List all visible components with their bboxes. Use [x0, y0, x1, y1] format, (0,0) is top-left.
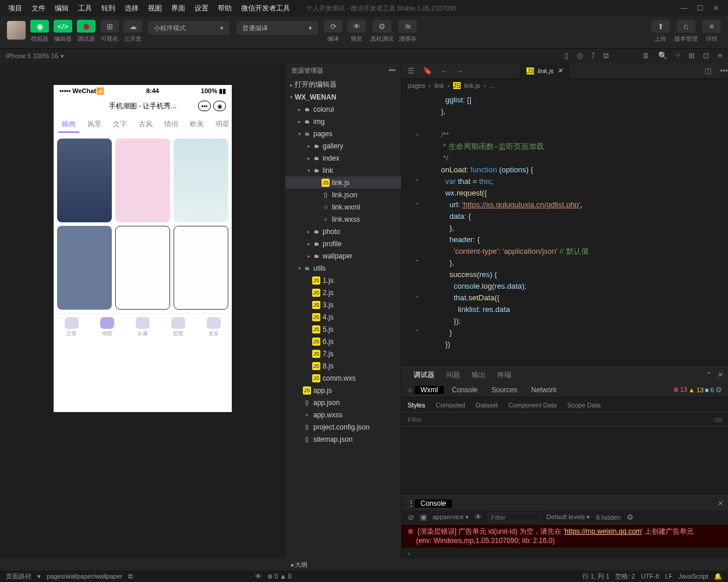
menu-view[interactable]: 视图: [143, 3, 167, 13]
styles-tab[interactable]: Component Data: [508, 402, 557, 409]
clear-icon[interactable]: ⊘: [408, 513, 414, 521]
tree-file[interactable]: JSapp.js: [285, 384, 401, 396]
tree-file[interactable]: {}project.config.json: [285, 421, 401, 433]
tree-file[interactable]: {}app.json: [285, 396, 401, 409]
close-icon[interactable]: ✕: [718, 499, 728, 508]
forward-icon[interactable]: →: [456, 66, 464, 75]
tree-file[interactable]: JS6.js: [285, 335, 401, 347]
debug-tab[interactable]: 输出: [472, 370, 486, 380]
cursor-location[interactable]: 行 1, 列 1: [582, 572, 609, 581]
tree-file[interactable]: JScomm.wxs: [285, 372, 401, 384]
tree-file[interactable]: JS2.js: [285, 286, 401, 299]
filter-input[interactable]: Filter: [408, 416, 422, 423]
nav-item[interactable]: 潮图: [100, 317, 114, 338]
inspect-icon[interactable]: ⟐: [408, 385, 412, 394]
spaces-config[interactable]: 空格: 2: [615, 572, 635, 581]
top-icon[interactable]: ▣: [420, 513, 427, 521]
menu-select[interactable]: 选择: [120, 3, 143, 13]
phone-tab[interactable]: 欧美: [186, 117, 207, 133]
device-label[interactable]: iPhone 5 100% 16: [6, 52, 58, 59]
compile-dropdown[interactable]: 普通编译▾: [236, 21, 318, 35]
tree-file[interactable]: {}link.json: [285, 189, 401, 201]
wallpaper-card[interactable]: [174, 226, 228, 310]
more-icon[interactable]: ≡: [718, 51, 722, 61]
menu-tool[interactable]: 工具: [73, 3, 97, 13]
info-badge[interactable]: ■ 6: [705, 386, 714, 393]
inspector-tab[interactable]: Sources: [486, 386, 523, 394]
inspector-tab[interactable]: Wxml: [415, 386, 444, 394]
bookmark-icon[interactable]: 🔖: [423, 66, 432, 75]
path-value[interactable]: pages/wallpaper/wallpaper: [47, 573, 122, 580]
menu-project[interactable]: 项目: [3, 3, 27, 13]
tree-file[interactable]: ≡app.wxss: [285, 409, 401, 421]
tree-file[interactable]: JSlink.js: [285, 176, 401, 189]
error-badge[interactable]: ⊗ 13: [673, 386, 687, 393]
clear-button[interactable]: ≋清缓存: [398, 20, 417, 43]
wallpaper-card[interactable]: [115, 139, 170, 222]
close-icon[interactable]: ✕: [557, 67, 563, 74]
branch-icon[interactable]: ⑂: [676, 51, 680, 61]
dot-icon[interactable]: ⋮: [408, 499, 415, 508]
tree-folder[interactable]: ▸🖿profile: [285, 237, 401, 250]
eol[interactable]: LF: [665, 573, 673, 580]
context-dropdown[interactable]: appservice ▾: [433, 513, 469, 521]
phone-tab[interactable]: 文字: [109, 117, 130, 133]
debug-tab[interactable]: 调试器: [414, 370, 434, 380]
chevron-down-icon[interactable]: ▾: [61, 52, 64, 60]
debug-tab[interactable]: 终端: [497, 370, 511, 380]
tree-folder[interactable]: ▸🖿gallery: [285, 140, 401, 152]
nav-item[interactable]: 文案: [65, 317, 79, 338]
editor-tab[interactable]: JSlink.js✕: [520, 63, 569, 79]
menu-goto[interactable]: 转到: [97, 3, 120, 13]
menu-pill-icon[interactable]: •••: [198, 101, 211, 111]
simulator-button[interactable]: ◉模拟器: [30, 20, 49, 43]
detail-button[interactable]: ≡详情: [702, 20, 721, 43]
chevron-up-icon[interactable]: ⌃: [706, 371, 712, 379]
console-filter-input[interactable]: [488, 513, 540, 522]
menu-file[interactable]: 文件: [27, 3, 50, 13]
project-root[interactable]: ▾WX_WENAN: [285, 91, 401, 103]
eye-icon[interactable]: 👁: [475, 513, 482, 521]
cloud-button[interactable]: ☁云开发: [123, 20, 142, 43]
upload-button[interactable]: ⬆上传: [651, 20, 670, 43]
back-icon[interactable]: ←: [440, 66, 448, 75]
debug-tab[interactable]: 问题: [446, 370, 460, 380]
phone-tab[interactable]: 明星: [212, 117, 232, 133]
more-icon[interactable]: •••: [388, 66, 395, 75]
code-editor[interactable]: ⌄ ⌄ ⌄ ⌄ ⌄ ⌄ gglist: [] }, /** * 生命周期函数--…: [402, 92, 728, 367]
ext-icon[interactable]: ⊡: [703, 51, 709, 61]
files-icon[interactable]: 🗎: [642, 51, 650, 61]
tree-file[interactable]: JS5.js: [285, 323, 401, 335]
tree-file[interactable]: ◇link.wxml: [285, 201, 401, 213]
hidden-count[interactable]: 6 hidden: [596, 514, 620, 521]
preview-button[interactable]: 👁预览: [347, 20, 366, 43]
more-icon[interactable]: •••: [720, 66, 728, 75]
close-icon[interactable]: ✕: [718, 371, 723, 379]
phone-icon[interactable]: ▯: [564, 51, 568, 61]
menu-interface[interactable]: 界面: [167, 3, 190, 13]
gear-icon[interactable]: ⚙: [627, 513, 634, 521]
cls-button[interactable]: .cls: [713, 416, 723, 423]
avatar[interactable]: [7, 21, 26, 40]
tree-file[interactable]: ≡link.wxss: [285, 213, 401, 225]
tree-file[interactable]: JS3.js: [285, 299, 401, 311]
wallpaper-card[interactable]: [57, 226, 112, 310]
wallpaper-card[interactable]: [57, 139, 112, 222]
levels-dropdown[interactable]: Default levels ▾: [546, 513, 590, 521]
language-mode[interactable]: JavaScript: [678, 573, 708, 580]
nav-item[interactable]: 更多: [207, 317, 221, 338]
window-maximize-icon[interactable]: ☐: [697, 4, 704, 12]
phone-tab[interactable]: 风景: [84, 117, 105, 133]
visual-button[interactable]: ⊞可视化: [100, 20, 119, 43]
warn-badge[interactable]: ▲ 13: [688, 386, 704, 393]
tree-file[interactable]: JS4.js: [285, 311, 401, 323]
tree-file[interactable]: {}sitemap.json: [285, 433, 401, 445]
menu-devtools[interactable]: 微信开发者工具: [236, 3, 295, 13]
split-icon[interactable]: ◫: [705, 66, 712, 75]
close-pill-icon[interactable]: ◉: [213, 101, 226, 111]
debugger-button[interactable]: 🐞调试器: [77, 20, 96, 43]
console-tab[interactable]: Console: [415, 499, 452, 508]
phone-tab[interactable]: 情侣: [161, 117, 182, 133]
search-icon[interactable]: 🔍: [658, 51, 667, 61]
record-icon[interactable]: ◎: [577, 51, 583, 61]
